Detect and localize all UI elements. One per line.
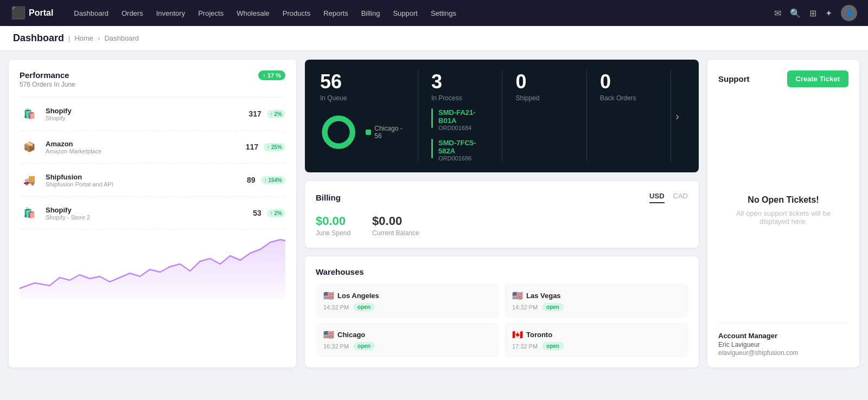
svg-point-1 — [325, 118, 353, 146]
am-email: elavigueur@shipfusion.com — [718, 349, 848, 357]
logo-text: Portal — [29, 8, 53, 18]
grid-icon[interactable]: ⊞ — [809, 8, 816, 18]
am-name: Eric Lavigueur — [718, 341, 848, 349]
center-panel: 56 In Queue Chicago - 56 3 In Process — [305, 60, 699, 367]
store-item: 🛍️ Shopify Shopify - Store 2 53 ↑ 2% — [20, 197, 285, 230]
order-bar — [431, 139, 433, 158]
store-info: Shipfusion Shipfusion Portal and API — [46, 173, 247, 188]
store-info: Amazon Amazon Marketplace — [46, 140, 246, 154]
nav-link-support[interactable]: Support — [387, 6, 423, 21]
store-name: Shopify — [46, 206, 253, 214]
store-sub: Shopify — [46, 115, 248, 121]
warehouse-flag: 🇺🇸 — [323, 291, 334, 301]
warehouse-name: Los Angeles — [337, 292, 379, 300]
nav-link-orders[interactable]: Orders — [116, 6, 149, 21]
warehouse-time: 17:32 PM — [512, 343, 538, 350]
order-id[interactable]: SMD-FA21-B01A — [438, 108, 489, 125]
stat-shipped: 0 Shipped — [502, 70, 586, 162]
nav-link-billing[interactable]: Billing — [356, 6, 386, 21]
breadcrumb-current: Dashboard — [104, 34, 139, 42]
account-manager: Account Manager Eric Lavigueur elavigueu… — [718, 322, 848, 357]
billing-card: Billing USD CAD $0.00 June Spend $0.00 C… — [305, 181, 699, 248]
warehouse-item[interactable]: 🇨🇦 Toronto 17:32 PM open — [505, 323, 688, 357]
warehouse-time-row: 14:32 PM open — [512, 303, 680, 311]
nav-link-projects[interactable]: Projects — [193, 6, 229, 21]
stat-back-orders: 0 Back Orders — [587, 70, 671, 162]
currency-tab-usd[interactable]: USD — [649, 192, 664, 203]
nav-link-inventory[interactable]: Inventory — [151, 6, 190, 21]
main-content: Performance 576 Orders In June ↑ 17 % 🛍️… — [0, 51, 868, 376]
warehouse-time: 14:32 PM — [323, 304, 349, 311]
back-orders-number: 0 — [600, 70, 658, 93]
donut-legend: Chicago - 56 — [366, 125, 405, 140]
store-icon: 📦 — [20, 137, 39, 157]
order-bar — [431, 108, 433, 128]
warehouse-item[interactable]: 🇺🇸 Las Vegas 14:32 PM open — [505, 284, 688, 318]
warehouse-name-row: 🇨🇦 Toronto — [512, 330, 680, 340]
support-panel: Support Create Ticket No Open Tickets! A… — [707, 60, 859, 367]
store-badge: ↑ 25% — [264, 143, 285, 151]
warehouses-card: Warehouses 🇺🇸 Los Angeles 14:32 PM open … — [305, 256, 699, 367]
avatar[interactable]: 👤 — [841, 5, 857, 21]
order-item: SMD-7FC5-582A ORD001686 — [431, 139, 489, 162]
nav-link-reports[interactable]: Reports — [318, 6, 354, 21]
store-badge: ↑ 2% — [267, 110, 285, 118]
order-id[interactable]: SMD-7FC5-582A — [438, 139, 489, 155]
june-spend-block: $0.00 June Spend — [316, 214, 350, 237]
store-icon: 🛍️ — [20, 203, 39, 223]
donut-area: Chicago - 56 — [320, 111, 405, 154]
warehouse-name: Chicago — [337, 331, 365, 339]
warehouse-name-row: 🇺🇸 Los Angeles — [323, 291, 492, 301]
nav-link-wholesale[interactable]: Wholesale — [231, 6, 275, 21]
nav-link-products[interactable]: Products — [277, 6, 316, 21]
page-title: Dashboard — [13, 33, 64, 44]
warehouse-flag: 🇺🇸 — [323, 330, 334, 340]
billing-amounts: $0.00 June Spend $0.00 Current Balance — [316, 212, 688, 237]
stats-nav-arrow[interactable]: › — [671, 70, 684, 162]
donut-chart — [320, 111, 357, 154]
nav-link-dashboard[interactable]: Dashboard — [68, 6, 114, 21]
store-name: Amazon — [46, 140, 246, 148]
warehouse-time: 14:32 PM — [512, 304, 538, 311]
store-count: 53 — [253, 209, 261, 217]
create-ticket-button[interactable]: Create Ticket — [787, 70, 848, 87]
sparkle-icon[interactable]: ✦ — [825, 8, 832, 18]
warehouse-name: Toronto — [526, 331, 552, 339]
nav-icons: ✉ 🔍 ⊞ ✦ 👤 — [774, 5, 857, 21]
store-count: 89 — [247, 176, 256, 184]
warehouse-item[interactable]: 🇺🇸 Los Angeles 14:32 PM open — [316, 284, 499, 318]
orders-list: SMD-FA21-B01A ORD001684 SMD-7FC5-582A OR… — [431, 108, 489, 162]
breadcrumb-bar: Dashboard | Home › Dashboard — [0, 26, 868, 51]
june-spend-label: June Spend — [316, 229, 350, 237]
performance-chart — [20, 234, 285, 299]
logo[interactable]: ⬛ Portal — [11, 6, 53, 20]
messages-icon[interactable]: ✉ — [774, 8, 781, 18]
store-name: Shipfusion — [46, 173, 247, 181]
performance-panel: Performance 576 Orders In June ↑ 17 % 🛍️… — [9, 60, 296, 367]
billing-header: Billing USD CAD — [316, 192, 688, 203]
currency-tabs: USD CAD — [649, 192, 688, 203]
breadcrumb-home[interactable]: Home — [74, 34, 93, 42]
performance-subtitle: 576 Orders In June — [20, 81, 75, 88]
store-sub: Shipfusion Portal and API — [46, 181, 247, 188]
currency-tab-cad[interactable]: CAD — [673, 192, 688, 203]
in-process-number: 3 — [431, 70, 489, 93]
order-num: ORD001686 — [438, 155, 489, 162]
logo-icon: ⬛ — [11, 6, 25, 20]
nav-link-settings[interactable]: Settings — [425, 6, 462, 21]
warehouse-name: Las Vegas — [526, 292, 561, 300]
warehouse-flag: 🇺🇸 — [512, 291, 523, 301]
store-count: 317 — [248, 109, 261, 118]
billing-title: Billing — [316, 193, 341, 202]
store-icon: 🚚 — [20, 170, 39, 190]
legend-text: Chicago - 56 — [374, 125, 405, 140]
in-queue-label: In Queue — [320, 94, 405, 102]
search-icon[interactable]: 🔍 — [790, 8, 801, 18]
breadcrumb-separator: | — [68, 34, 70, 42]
in-process-label: In Process — [431, 94, 489, 102]
store-info: Shopify Shopify — [46, 107, 248, 121]
store-icon: 🛍️ — [20, 104, 39, 124]
order-info: SMD-FA21-B01A ORD001684 — [438, 108, 489, 131]
order-item: SMD-FA21-B01A ORD001684 — [431, 108, 489, 131]
warehouse-item[interactable]: 🇺🇸 Chicago 16:32 PM open — [316, 323, 499, 357]
